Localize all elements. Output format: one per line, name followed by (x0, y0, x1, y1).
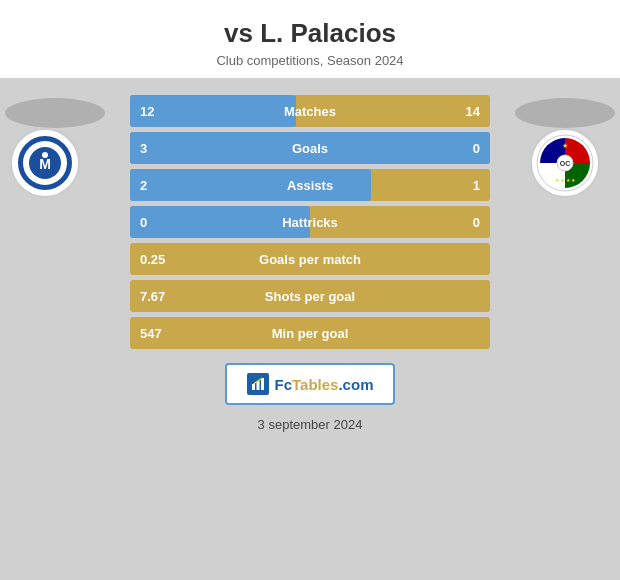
left-team-oval (5, 98, 105, 128)
svg-point-4 (42, 152, 48, 158)
right-team-oval (515, 98, 615, 128)
content-area: M ★ ★ ★ ★ ★ OC (0, 78, 620, 580)
svg-rect-10 (252, 384, 255, 390)
stat-label-shots-per-goal: Shots per goal (265, 289, 355, 304)
svg-text:★: ★ (562, 142, 568, 149)
stat-row-assists: 2 Assists 1 (130, 169, 490, 201)
stat-center-matches: Matches (284, 104, 336, 119)
date-label: 3 september 2024 (258, 417, 363, 432)
stat-value-goals-per-match: 0.25 (140, 252, 165, 267)
right-team-logo: ★ ★ ★ ★ ★ OC (530, 128, 610, 208)
stat-left-matches: 12 (140, 104, 154, 119)
stat-label-min-per-goal: Min per goal (272, 326, 349, 341)
svg-rect-12 (261, 378, 264, 390)
header: vs L. Palacios Club competitions, Season… (0, 0, 620, 78)
stat-left-hattricks: 0 (140, 215, 147, 230)
stat-row-matches: 12 Matches 14 (130, 95, 490, 127)
stat-value-min-per-goal: 547 (140, 326, 162, 341)
stat-row-shots-per-goal: 7.67 Shots per goal (130, 280, 490, 312)
stat-value-shots-per-goal: 7.67 (140, 289, 165, 304)
stat-right-hattricks: 0 (473, 215, 480, 230)
page-subtitle: Club competitions, Season 2024 (10, 53, 610, 68)
page-title: vs L. Palacios (10, 18, 610, 49)
stats-container: 12 Matches 14 3 Goals 0 2 Assists 1 0 Ha… (130, 95, 490, 349)
stat-center-goals: Goals (292, 141, 328, 156)
stat-center-assists: Assists (287, 178, 333, 193)
stat-fill-assists (130, 169, 371, 201)
stat-row-hattricks: 0 Hattricks 0 (130, 206, 490, 238)
stat-left-goals: 3 (140, 141, 147, 156)
stat-row-goals: 3 Goals 0 (130, 132, 490, 164)
svg-text:★ ★ ★ ★: ★ ★ ★ ★ (555, 177, 576, 183)
stat-row-min-per-goal: 547 Min per goal (130, 317, 490, 349)
fctables-brand: FcTables.com (225, 363, 396, 405)
fctables-label: FcTables.com (275, 376, 374, 393)
stat-left-assists: 2 (140, 178, 147, 193)
left-team-logo: M (10, 128, 90, 208)
svg-text:OC: OC (560, 160, 571, 167)
fctables-icon (247, 373, 269, 395)
stat-right-goals: 0 (473, 141, 480, 156)
stat-right-matches: 14 (466, 104, 480, 119)
stat-row-goals-per-match: 0.25 Goals per match (130, 243, 490, 275)
stat-right-assists: 1 (473, 178, 480, 193)
svg-text:M: M (39, 156, 51, 172)
stat-label-goals-per-match: Goals per match (259, 252, 361, 267)
stat-fill-matches (130, 95, 296, 127)
stat-center-hattricks: Hattricks (282, 215, 338, 230)
